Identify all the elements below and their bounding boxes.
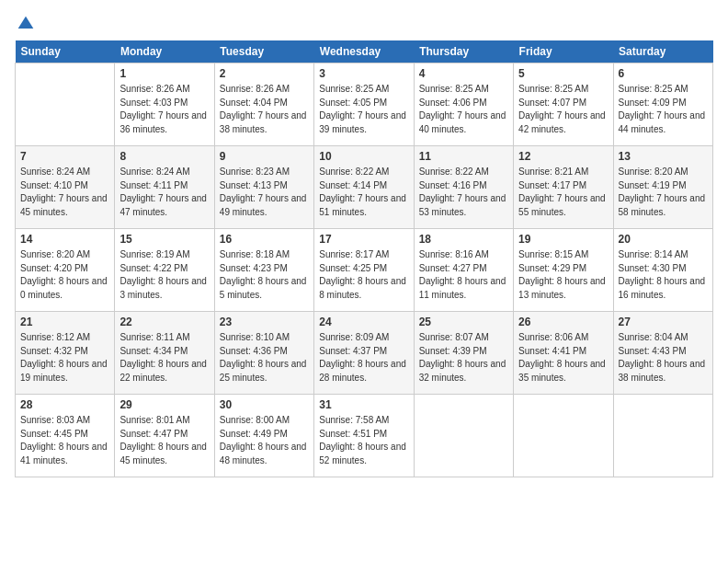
day-cell: 13Sunrise: 8:20 AMSunset: 4:19 PMDayligh… — [613, 146, 712, 229]
day-info: Sunrise: 8:14 AMSunset: 4:30 PMDaylight:… — [619, 248, 708, 302]
svg-marker-0 — [18, 17, 34, 29]
week-row: 7Sunrise: 8:24 AMSunset: 4:10 PMDaylight… — [16, 146, 713, 229]
day-cell: 19Sunrise: 8:15 AMSunset: 4:29 PMDayligh… — [514, 229, 613, 312]
day-cell: 24Sunrise: 8:09 AMSunset: 4:37 PMDayligh… — [314, 312, 414, 395]
day-number: 31 — [319, 398, 408, 411]
header-day: Saturday — [613, 40, 712, 63]
day-info: Sunrise: 8:07 AMSunset: 4:39 PMDaylight:… — [419, 331, 508, 385]
day-number: 29 — [119, 398, 209, 411]
calendar-table: SundayMondayTuesdayWednesdayThursdayFrid… — [15, 40, 713, 477]
week-row: 14Sunrise: 8:20 AMSunset: 4:20 PMDayligh… — [16, 229, 713, 312]
day-cell: 11Sunrise: 8:22 AMSunset: 4:16 PMDayligh… — [414, 146, 513, 229]
logo-icon — [17, 15, 35, 33]
day-cell: 25Sunrise: 8:07 AMSunset: 4:39 PMDayligh… — [414, 312, 513, 395]
day-cell: 17Sunrise: 8:17 AMSunset: 4:25 PMDayligh… — [314, 229, 414, 312]
day-cell: 15Sunrise: 8:19 AMSunset: 4:22 PMDayligh… — [115, 229, 214, 312]
day-number: 16 — [220, 233, 309, 246]
day-cell: 16Sunrise: 8:18 AMSunset: 4:23 PMDayligh… — [214, 229, 313, 312]
day-info: Sunrise: 8:25 AMSunset: 4:07 PMDaylight:… — [518, 83, 608, 136]
day-info: Sunrise: 8:24 AMSunset: 4:10 PMDaylight:… — [20, 166, 109, 219]
day-info: Sunrise: 8:12 AMSunset: 4:32 PMDaylight:… — [20, 331, 109, 385]
header — [15, 15, 713, 29]
day-number: 4 — [419, 67, 508, 80]
day-cell: 10Sunrise: 8:22 AMSunset: 4:14 PMDayligh… — [314, 146, 414, 229]
day-number: 6 — [619, 67, 708, 80]
header-day: Thursday — [414, 40, 513, 63]
day-info: Sunrise: 8:18 AMSunset: 4:23 PMDaylight:… — [220, 248, 309, 302]
header-day: Wednesday — [314, 40, 414, 63]
day-cell — [16, 63, 115, 146]
day-info: Sunrise: 8:03 AMSunset: 4:45 PMDaylight:… — [20, 414, 109, 467]
day-number: 19 — [518, 233, 608, 246]
day-number: 7 — [20, 150, 109, 163]
day-info: Sunrise: 8:25 AMSunset: 4:09 PMDaylight:… — [619, 83, 708, 136]
day-cell: 1Sunrise: 8:26 AMSunset: 4:03 PMDaylight… — [115, 63, 214, 146]
day-number: 21 — [20, 316, 109, 328]
day-number: 23 — [220, 316, 309, 328]
week-row: 1Sunrise: 8:26 AMSunset: 4:03 PMDaylight… — [16, 63, 713, 146]
day-info: Sunrise: 8:10 AMSunset: 4:36 PMDaylight:… — [220, 331, 309, 385]
day-cell: 5Sunrise: 8:25 AMSunset: 4:07 PMDaylight… — [514, 63, 613, 146]
day-number: 11 — [419, 150, 508, 163]
day-number: 8 — [119, 150, 209, 163]
day-number: 26 — [518, 316, 608, 328]
day-cell: 31Sunrise: 7:58 AMSunset: 4:51 PMDayligh… — [314, 395, 414, 477]
day-number: 14 — [20, 233, 109, 246]
day-number: 2 — [220, 67, 309, 80]
day-info: Sunrise: 8:20 AMSunset: 4:19 PMDaylight:… — [619, 166, 708, 219]
day-number: 20 — [619, 233, 708, 246]
day-number: 27 — [619, 316, 708, 328]
day-cell — [514, 395, 613, 477]
day-cell: 21Sunrise: 8:12 AMSunset: 4:32 PMDayligh… — [16, 312, 115, 395]
day-cell: 26Sunrise: 8:06 AMSunset: 4:41 PMDayligh… — [514, 312, 613, 395]
day-info: Sunrise: 8:26 AMSunset: 4:03 PMDaylight:… — [119, 83, 209, 136]
day-number: 10 — [319, 150, 408, 163]
day-info: Sunrise: 8:23 AMSunset: 4:13 PMDaylight:… — [220, 166, 309, 219]
day-cell: 7Sunrise: 8:24 AMSunset: 4:10 PMDaylight… — [16, 146, 115, 229]
day-cell: 20Sunrise: 8:14 AMSunset: 4:30 PMDayligh… — [613, 229, 712, 312]
day-info: Sunrise: 8:04 AMSunset: 4:43 PMDaylight:… — [619, 331, 708, 385]
day-cell: 3Sunrise: 8:25 AMSunset: 4:05 PMDaylight… — [314, 63, 414, 146]
header-day: Tuesday — [214, 40, 313, 63]
day-number: 18 — [419, 233, 508, 246]
day-cell: 12Sunrise: 8:21 AMSunset: 4:17 PMDayligh… — [514, 146, 613, 229]
header-row: SundayMondayTuesdayWednesdayThursdayFrid… — [16, 40, 713, 63]
day-info: Sunrise: 8:11 AMSunset: 4:34 PMDaylight:… — [119, 331, 209, 385]
day-cell: 30Sunrise: 8:00 AMSunset: 4:49 PMDayligh… — [214, 395, 313, 477]
day-info: Sunrise: 7:58 AMSunset: 4:51 PMDaylight:… — [319, 414, 408, 467]
day-info: Sunrise: 8:15 AMSunset: 4:29 PMDaylight:… — [518, 248, 608, 302]
day-info: Sunrise: 8:00 AMSunset: 4:49 PMDaylight:… — [220, 414, 309, 467]
day-number: 24 — [319, 316, 408, 328]
day-info: Sunrise: 8:22 AMSunset: 4:14 PMDaylight:… — [319, 166, 408, 219]
week-row: 28Sunrise: 8:03 AMSunset: 4:45 PMDayligh… — [16, 395, 713, 477]
day-info: Sunrise: 8:06 AMSunset: 4:41 PMDaylight:… — [518, 331, 608, 385]
header-day: Sunday — [16, 40, 115, 63]
day-cell: 18Sunrise: 8:16 AMSunset: 4:27 PMDayligh… — [414, 229, 513, 312]
day-info: Sunrise: 8:17 AMSunset: 4:25 PMDaylight:… — [319, 248, 408, 302]
day-info: Sunrise: 8:09 AMSunset: 4:37 PMDaylight:… — [319, 331, 408, 385]
day-cell: 27Sunrise: 8:04 AMSunset: 4:43 PMDayligh… — [613, 312, 712, 395]
day-cell — [414, 395, 513, 477]
day-number: 17 — [319, 233, 408, 246]
day-info: Sunrise: 8:25 AMSunset: 4:06 PMDaylight:… — [419, 83, 508, 136]
day-number: 9 — [220, 150, 309, 163]
day-info: Sunrise: 8:24 AMSunset: 4:11 PMDaylight:… — [119, 166, 209, 219]
day-number: 25 — [419, 316, 508, 328]
day-number: 13 — [619, 150, 708, 163]
header-day: Friday — [514, 40, 613, 63]
day-info: Sunrise: 8:21 AMSunset: 4:17 PMDaylight:… — [518, 166, 608, 219]
day-cell: 23Sunrise: 8:10 AMSunset: 4:36 PMDayligh… — [214, 312, 313, 395]
day-info: Sunrise: 8:16 AMSunset: 4:27 PMDaylight:… — [419, 248, 508, 302]
day-number: 15 — [119, 233, 209, 246]
day-number: 1 — [119, 67, 209, 80]
week-row: 21Sunrise: 8:12 AMSunset: 4:32 PMDayligh… — [16, 312, 713, 395]
day-cell: 28Sunrise: 8:03 AMSunset: 4:45 PMDayligh… — [16, 395, 115, 477]
day-cell — [613, 395, 712, 477]
day-info: Sunrise: 8:22 AMSunset: 4:16 PMDaylight:… — [419, 166, 508, 219]
day-cell: 14Sunrise: 8:20 AMSunset: 4:20 PMDayligh… — [16, 229, 115, 312]
day-number: 5 — [518, 67, 608, 80]
day-info: Sunrise: 8:20 AMSunset: 4:20 PMDaylight:… — [20, 248, 109, 302]
day-info: Sunrise: 8:25 AMSunset: 4:05 PMDaylight:… — [319, 83, 408, 136]
logo — [15, 15, 35, 29]
day-number: 12 — [518, 150, 608, 163]
